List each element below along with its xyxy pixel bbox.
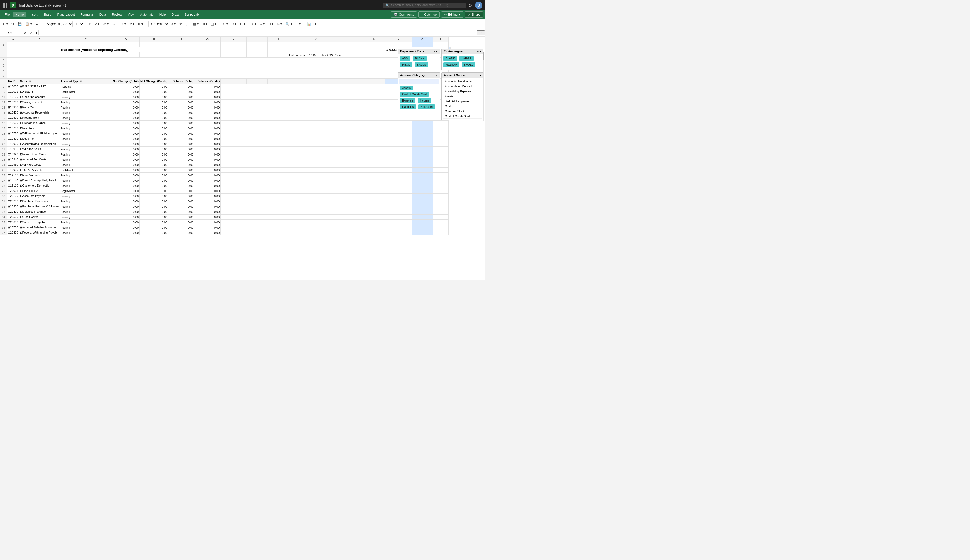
expand-toolbar-button[interactable]: ▾ xyxy=(313,22,318,27)
cell-name[interactable]: ⊟Direct Cost Applied, Retail xyxy=(19,178,60,183)
cell-no[interactable]: ⊟20100 xyxy=(7,193,19,199)
redo-button[interactable]: ↪ xyxy=(10,22,15,27)
save-button[interactable]: 💾 xyxy=(17,22,23,27)
currency-button[interactable]: $ ▾ xyxy=(170,22,177,27)
cell-b-d[interactable]: 0.00 xyxy=(168,230,195,235)
menu-home[interactable]: Home xyxy=(13,12,27,17)
cell-B1[interactable] xyxy=(19,42,60,47)
cell-name[interactable]: ⊟Accounts Payable xyxy=(19,193,60,199)
filter-dropdown-icon[interactable]: ▾ xyxy=(436,50,437,53)
ac-empty-chip[interactable] xyxy=(399,79,438,84)
cell-b-c[interactable]: 0.00 xyxy=(195,215,220,220)
cell-name[interactable]: ⊟Deferred Revenue xyxy=(19,209,60,215)
col-account-type-header[interactable]: Account Type ⊟ xyxy=(60,78,112,84)
cell-no[interactable]: ⊟20300 xyxy=(7,204,19,209)
cg-small-chip[interactable]: SMALL xyxy=(462,62,475,67)
cell-nc-c[interactable]: 0.00 xyxy=(140,220,168,225)
cell-b-c[interactable]: 0.00 xyxy=(195,131,220,136)
cell-nc-d[interactable]: 0.00 xyxy=(112,215,140,220)
confirm-formula-button[interactable]: ✓ xyxy=(28,30,34,35)
dept-adm-chip[interactable]: ADM xyxy=(400,56,410,61)
cell-name[interactable]: ⊟WIP Job Costs xyxy=(19,162,60,168)
cell-b-c[interactable]: 0.00 xyxy=(195,193,220,199)
cell-H3[interactable] xyxy=(220,52,247,58)
cell-nc-c[interactable]: 0.00 xyxy=(140,89,168,95)
cell-nc-c[interactable]: 0.00 xyxy=(140,168,168,173)
cell-no[interactable]: ⊟20800 xyxy=(7,230,19,235)
cell-nc-d[interactable]: 0.00 xyxy=(112,162,140,168)
menu-review[interactable]: Review xyxy=(109,12,125,17)
cell-no[interactable]: ⊟10500 xyxy=(7,115,19,120)
cell-no[interactable]: ⊟10001 xyxy=(7,89,19,95)
filter-dropdown-icon2[interactable]: ▾ xyxy=(480,50,481,53)
cell-b-d[interactable]: 0.00 xyxy=(168,215,195,220)
cell-F2[interactable] xyxy=(247,47,268,52)
subcat-assets[interactable]: Assets xyxy=(443,94,482,99)
cell-no[interactable]: ⊟10990 xyxy=(7,168,19,173)
cell-b-d[interactable]: 0.00 xyxy=(168,193,195,199)
cell-D1[interactable] xyxy=(112,42,140,47)
cell-nc-d[interactable]: 0.00 xyxy=(112,225,140,230)
cell-b-d[interactable]: 0.00 xyxy=(168,209,195,215)
cell-nc-d[interactable]: 0.00 xyxy=(112,230,140,235)
menu-view[interactable]: View xyxy=(125,12,137,17)
cell-J2[interactable] xyxy=(364,47,385,52)
more-button[interactable]: ··· xyxy=(111,22,116,27)
cell-type[interactable]: Posting xyxy=(60,136,112,142)
cell-no[interactable]: ⊟20500 xyxy=(7,215,19,220)
cell-no[interactable]: ⊟10920 xyxy=(7,152,19,157)
cell-I3[interactable] xyxy=(247,52,268,58)
col-header-G[interactable]: G xyxy=(195,37,220,42)
cell-nc-c[interactable]: 0.00 xyxy=(140,225,168,230)
cell-nc-d[interactable]: 0.00 xyxy=(112,126,140,131)
cg-blank-chip[interactable]: BLANK xyxy=(443,56,457,61)
cell-nc-c[interactable]: 0.00 xyxy=(140,105,168,110)
cell-name[interactable]: ⊟LIABILITIES xyxy=(19,188,60,193)
cell-no[interactable]: ⊟20400 xyxy=(7,209,19,215)
menu-help[interactable]: Help xyxy=(157,12,168,17)
cell-G1[interactable] xyxy=(195,42,220,47)
cell-J1[interactable] xyxy=(268,42,288,47)
catchup-button[interactable]: ↑ Catch up xyxy=(418,12,440,18)
cell-name[interactable]: ⊟Saving account xyxy=(19,100,60,105)
delete-button[interactable]: ⊖ ▾ xyxy=(230,22,238,27)
cell-styles-button[interactable]: ◫ ▾ xyxy=(210,22,217,27)
cell-nc-d[interactable]: 0.00 xyxy=(112,199,140,204)
menu-page-layout[interactable]: Page Layout xyxy=(55,12,77,17)
cell-b-d[interactable]: 0.00 xyxy=(168,157,195,162)
cell-b-c[interactable]: 0.00 xyxy=(195,136,220,142)
col-header-O[interactable]: O xyxy=(412,37,433,42)
cell-name[interactable]: ⊟WIP Account, Finished good xyxy=(19,131,60,136)
insert-button[interactable]: ⊕ ▾ xyxy=(222,22,229,27)
cell-nc-c[interactable]: 0.00 xyxy=(140,215,168,220)
cell-b-c[interactable]: 0.00 xyxy=(195,230,220,235)
cell-name[interactable]: ⊟BALANCE SHEET xyxy=(19,84,60,89)
col-header-F[interactable]: F xyxy=(168,37,195,42)
cell-G2[interactable] xyxy=(268,47,288,52)
format-button[interactable]: ⊟ ▾ xyxy=(239,22,247,27)
menu-data[interactable]: Data xyxy=(97,12,108,17)
percent-button[interactable]: % xyxy=(178,22,183,27)
cell-nc-d[interactable]: 0.00 xyxy=(112,188,140,193)
grid-area[interactable]: A B C D E F G H I J K L M N O P xyxy=(0,37,485,280)
cell-I1[interactable] xyxy=(247,42,268,47)
expand-formula-bar-button[interactable]: ⌃ xyxy=(477,30,485,35)
cell-nc-c[interactable]: 0.00 xyxy=(140,230,168,235)
cell-no[interactable]: ⊟20200 xyxy=(7,199,19,204)
cell-type[interactable]: Posting xyxy=(60,173,112,178)
cell-b-d[interactable]: 0.00 xyxy=(168,126,195,131)
cell-type[interactable]: Posting xyxy=(60,204,112,209)
bold-button[interactable]: B xyxy=(88,22,93,27)
menu-automate[interactable]: Automate xyxy=(138,12,156,17)
ac-liabilities-chip[interactable]: Liabilities xyxy=(400,104,416,109)
cell-M1[interactable] xyxy=(364,42,385,47)
sort-button[interactable]: ⇅ ▾ xyxy=(276,22,283,27)
cell-no[interactable]: ⊟14140 xyxy=(7,178,19,183)
cell-C1[interactable] xyxy=(60,42,112,47)
dept-blank-chip[interactable]: BLANK xyxy=(413,56,427,61)
cell-name[interactable]: ⊟Sales Tax Payable xyxy=(19,220,60,225)
cell-b-d[interactable]: 0.00 xyxy=(168,188,195,193)
cell-nc-d[interactable]: 0.00 xyxy=(112,147,140,152)
font-selector[interactable]: Segoe UI (Body) xyxy=(44,21,73,27)
filter-dropdown-icon3[interactable]: ▾ xyxy=(436,74,437,77)
